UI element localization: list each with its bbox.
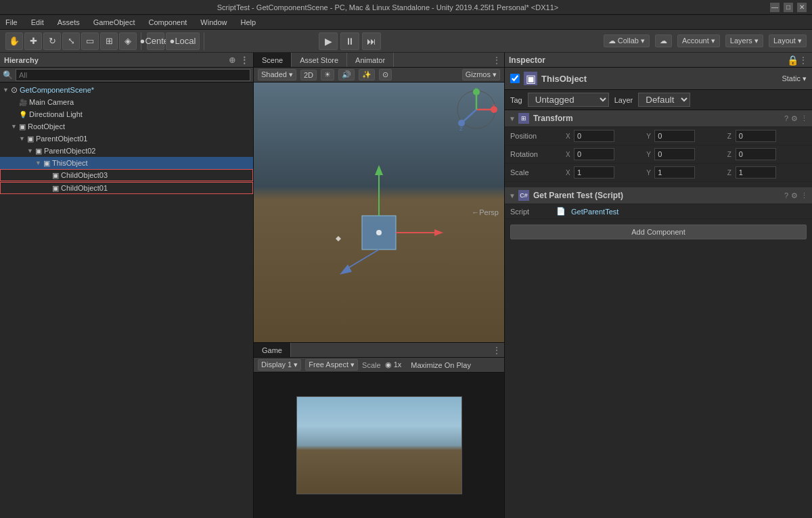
2d-toggle[interactable]: 2D [300, 70, 317, 80]
add-component-button[interactable]: Add Component [510, 225, 807, 239]
scene-view[interactable]: X Y Z [254, 83, 504, 342]
tree-arrow-parent01: ▼ [19, 135, 27, 142]
menu-edit[interactable]: Edit [28, 17, 47, 28]
rotation-z-input[interactable] [736, 148, 776, 160]
tab-assetstore[interactable]: Asset Store [292, 53, 347, 67]
fx-toggle[interactable]: ✨ [359, 69, 375, 80]
tree-item-scene[interactable]: ▼ ⊙ GetComponentScene* [0, 84, 253, 96]
script-component-header[interactable]: ▼ C# Get Parent Test (Script) ? ⚙ ⋮ [505, 187, 812, 204]
shading-mode-dropdown[interactable]: Shaded ▾ [258, 69, 296, 80]
tree-label-parentobj02: ParentObject02 [44, 147, 95, 155]
scale-z-input[interactable] [736, 166, 776, 179]
close-button[interactable]: ✕ [797, 3, 807, 12]
rotate-tool-button[interactable]: ↻ [43, 32, 61, 50]
scene-tabs-more-icon[interactable]: ⋮ [492, 55, 501, 66]
playback-controls: ▶ ⏸ ⏭ [319, 32, 381, 50]
tree-item-parentobj02[interactable]: ▼ ▣ ParentObject02 [0, 145, 253, 157]
script-help-icon[interactable]: ? [784, 191, 788, 200]
play-button[interactable]: ▶ [319, 32, 338, 50]
cloud-button[interactable]: ☁ [655, 34, 672, 47]
minimize-button[interactable]: — [770, 3, 780, 12]
script-settings-icon[interactable]: ⚙ [791, 191, 798, 200]
scale-y-input[interactable] [654, 166, 695, 179]
position-y-field: Y [646, 130, 725, 142]
svg-marker-28 [336, 236, 341, 241]
cube-icon-child01: ▣ [52, 184, 59, 193]
inspector-menu-icon[interactable]: ⋮ [798, 55, 808, 66]
scale-y-field: Y [646, 166, 725, 179]
menu-gameobject[interactable]: GameObject [91, 17, 138, 28]
rect-tool-button[interactable]: ▭ [81, 32, 99, 50]
script-component-buttons: ? ⚙ ⋮ [784, 191, 808, 200]
game-tabs-more-icon[interactable]: ⋮ [492, 345, 501, 356]
pause-button[interactable]: ⏸ [340, 32, 359, 50]
local-button[interactable]: ●Local [166, 32, 200, 50]
menu-window[interactable]: Window [198, 17, 229, 28]
aspect-dropdown[interactable]: Free Aspect ▾ [305, 359, 358, 371]
rotation-y-input[interactable] [654, 148, 695, 160]
layers-dropdown[interactable]: Layers ▾ [725, 34, 763, 47]
scale-tool-button[interactable]: ⤡ [62, 32, 80, 50]
lighting-toggle[interactable]: ☀ [321, 69, 334, 80]
tree-item-maincamera[interactable]: 🎥 Main Camera [0, 96, 253, 108]
transform-component-header[interactable]: ▼ ⊞ Transform ? ⚙ ⋮ [505, 110, 812, 127]
position-y-input[interactable] [654, 130, 695, 142]
menu-assets[interactable]: Assets [55, 17, 83, 28]
position-x-axis: X [566, 133, 572, 140]
hierarchy-menu-icon[interactable]: ⋮ [240, 55, 249, 66]
tree-item-childobj03[interactable]: ▣ ChildObject03 [0, 169, 253, 181]
maximize-button[interactable]: □ [784, 3, 793, 12]
cube-icon: ⊙ [11, 85, 18, 95]
object-name: ThisObject [541, 74, 777, 84]
scale-x-input[interactable] [574, 166, 614, 179]
scale-label: Scale [362, 361, 381, 369]
hierarchy-search-input[interactable] [16, 69, 250, 81]
tree-item-directionallight[interactable]: 💡 Directional Light [0, 108, 253, 120]
tab-game[interactable]: Game [254, 343, 291, 357]
position-x-input[interactable] [574, 130, 614, 142]
tab-animator[interactable]: Animator [347, 53, 394, 67]
menu-help[interactable]: Help [238, 17, 258, 28]
step-button[interactable]: ⏭ [362, 32, 381, 50]
position-z-input[interactable] [736, 130, 776, 142]
script-menu-icon[interactable]: ⋮ [800, 191, 808, 200]
audio-toggle[interactable]: 🔊 [338, 69, 355, 80]
maximize-on-play-label[interactable]: Maximize On Play [411, 361, 471, 369]
object-active-checkbox[interactable] [510, 74, 520, 83]
layer-dropdown[interactable]: Default [638, 93, 690, 107]
transform-menu-icon[interactable]: ⋮ [800, 114, 808, 123]
tab-scene[interactable]: Scene [254, 53, 292, 67]
menu-bar: File Edit Assets GameObject Component Wi… [0, 15, 812, 30]
custom-tool-button[interactable]: ◈ [119, 32, 137, 50]
tree-arrow-root: ▼ [11, 123, 19, 130]
move-tool-button[interactable]: ✚ [24, 32, 42, 50]
tree-item-rootobject[interactable]: ▼ ▣ RootObject [0, 120, 253, 133]
collab-dropdown[interactable]: ☁ Collab ▾ [604, 34, 650, 47]
scale-y-axis: Y [646, 169, 653, 176]
tag-dropdown[interactable]: Untagged [528, 93, 609, 107]
inspector-panel: Inspector 🔒 ⋮ ▣ ThisObject Static ▾ Tag … [504, 53, 812, 518]
account-dropdown[interactable]: Account ▾ [677, 34, 720, 47]
scene-gizmos[interactable]: Gizmos ▾ [462, 69, 500, 80]
transform-help-icon[interactable]: ? [784, 114, 788, 123]
menu-file[interactable]: File [3, 17, 20, 28]
display-dropdown[interactable]: Display 1 ▾ [258, 359, 301, 371]
inspector-pin-icon[interactable]: 🔒 [787, 55, 798, 66]
scene-camera-settings[interactable]: ⊙ [379, 69, 392, 80]
toolbar: ✋ ✚ ↻ ⤡ ▭ ⊞ ◈ ●Center ●Local ▶ ⏸ ⏭ ☁ Col… [0, 30, 812, 53]
hierarchy-pin-icon[interactable]: ⊕ [229, 55, 235, 65]
layout-dropdown[interactable]: Layout ▾ [769, 34, 807, 47]
multi-tool-button[interactable]: ⊞ [100, 32, 118, 50]
tree-item-thisobject[interactable]: ▼ ▣ ThisObject [0, 157, 253, 169]
rotation-x-input[interactable] [574, 148, 614, 160]
transform-settings-icon[interactable]: ⚙ [791, 114, 798, 123]
static-dropdown[interactable]: Static ▾ [782, 74, 807, 83]
menu-component[interactable]: Component [145, 17, 189, 28]
tree-item-parentobj01[interactable]: ▼ ▣ ParentObject01 [0, 133, 253, 145]
tree-item-childobj01[interactable]: ▣ ChildObject01 [0, 182, 253, 194]
center-panels: Scene Asset Store Animator ⋮ Shaded ▾ 2D… [254, 53, 504, 518]
scale-slider[interactable]: ◉ 1x [385, 360, 402, 369]
center-button[interactable]: ●Center [147, 32, 164, 50]
hand-tool-button[interactable]: ✋ [5, 32, 23, 50]
script-value[interactable]: GetParentTest [571, 208, 618, 216]
